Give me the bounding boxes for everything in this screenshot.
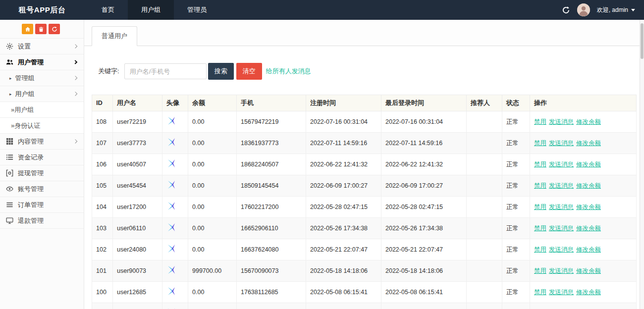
- trash-button[interactable]: [35, 24, 47, 34]
- sidebar-item-admin-group[interactable]: ▸管理组: [0, 70, 84, 86]
- cell-balance: 0.00: [188, 197, 237, 218]
- cell-phone: 17638112685: [237, 282, 306, 303]
- cell-username: user27979: [113, 303, 162, 309]
- clear-button[interactable]: 清空: [236, 63, 262, 80]
- cell-balance: 0.00: [188, 133, 237, 154]
- table-row: 108user722190.00156794722192022-07-16 00…: [92, 111, 637, 133]
- disable-link[interactable]: 禁用: [534, 225, 546, 232]
- send-message-link[interactable]: 发送消息: [549, 267, 574, 274]
- disable-link[interactable]: 禁用: [534, 267, 546, 274]
- table-body: 108user722190.00156794722192022-07-16 00…: [92, 111, 637, 309]
- user-menu[interactable]: 欢迎, admin: [597, 6, 635, 14]
- nav-item-admins[interactable]: 管理员: [174, 0, 220, 20]
- navbar-right: 欢迎, admin: [562, 0, 644, 20]
- disable-link[interactable]: 禁用: [534, 182, 546, 189]
- cell-avatar: [162, 111, 188, 133]
- disable-link[interactable]: 禁用: [534, 246, 546, 253]
- send-message-link[interactable]: 发送消息: [549, 246, 574, 253]
- cell-referrer: [467, 175, 502, 197]
- sidebar-item-user-management[interactable]: 用户管理: [0, 54, 84, 70]
- triangle-right-icon: ▸: [9, 76, 12, 81]
- send-message-link[interactable]: 发送消息: [549, 289, 574, 296]
- send-message-link[interactable]: 发送消息: [549, 161, 574, 168]
- sidebar-menu: 设置用户管理▸管理组▸用户组»用户组»身份认证内容管理资金记录提现管理账号管理订…: [0, 39, 84, 229]
- table-row: 100user126850.00176381126852022-05-08 06…: [92, 282, 637, 303]
- cell-username: user72219: [113, 111, 162, 133]
- modify-balance-link[interactable]: 修改余额: [576, 161, 601, 168]
- nav-item-home[interactable]: 首页: [88, 0, 128, 20]
- cell-id: 104: [92, 197, 113, 218]
- cell-last-login: 2022-05-18 14:18:06: [381, 260, 467, 282]
- table-row: 107user377730.00183619377732022-07-11 14…: [92, 133, 637, 154]
- home-button[interactable]: [22, 24, 33, 34]
- send-message-link[interactable]: 发送消息: [549, 118, 574, 125]
- send-message-link[interactable]: 发送消息: [549, 140, 574, 147]
- cell-avatar: [162, 175, 188, 197]
- cell-operations: 禁用发送消息修改余额: [530, 303, 637, 309]
- disable-link[interactable]: 禁用: [534, 161, 546, 168]
- search-button[interactable]: 搜索: [208, 63, 234, 80]
- search-input[interactable]: [124, 63, 207, 79]
- send-message-link[interactable]: 发送消息: [549, 204, 574, 210]
- column-header: 最后登录时间: [381, 95, 467, 111]
- sidebar-item-label: 资金记录: [18, 153, 44, 162]
- disable-link[interactable]: 禁用: [534, 204, 546, 210]
- cell-operations: 禁用发送消息修改余额: [530, 175, 637, 197]
- sidebar-item-withdrawal-management[interactable]: 提现管理: [0, 165, 84, 181]
- nav-item-user-groups[interactable]: 用户组: [128, 0, 174, 20]
- modify-balance-link[interactable]: 修改余额: [576, 182, 601, 189]
- sidebar-item-order-management[interactable]: 订单管理: [0, 197, 84, 213]
- cell-operations: 禁用发送消息修改余额: [530, 111, 637, 133]
- cell-referrer: [467, 111, 502, 133]
- sidebar-item-account-management[interactable]: 账号管理: [0, 181, 84, 197]
- modify-balance-link[interactable]: 修改余额: [576, 204, 601, 210]
- sidebar-item-label: 设置: [18, 42, 31, 51]
- disable-link[interactable]: 禁用: [534, 118, 546, 125]
- cell-operations: 禁用发送消息修改余额: [530, 282, 637, 303]
- chevron-right-icon: [73, 92, 77, 96]
- sidebar-item-user-group-sub[interactable]: »用户组: [0, 102, 84, 118]
- user-avatar-icon: [166, 222, 176, 232]
- modify-balance-link[interactable]: 修改余额: [576, 140, 601, 147]
- refresh-button[interactable]: [49, 24, 60, 34]
- cell-id: 102: [92, 239, 113, 260]
- cell-last-login: 2022-05-21 22:07:47: [381, 239, 467, 260]
- table-row: 104user172000.00176022172002022-05-28 02…: [92, 197, 637, 218]
- tab-regular-users[interactable]: 普通用户: [92, 26, 137, 46]
- table-row: 102user240800.00166376240802022-05-21 22…: [92, 239, 637, 260]
- cell-status: 正常: [502, 154, 530, 175]
- modify-balance-link[interactable]: 修改余额: [576, 267, 601, 274]
- scrollbar-thumb[interactable]: [641, 23, 644, 59]
- navbar-menu: 首页 用户组 管理员: [88, 0, 220, 20]
- modify-balance-link[interactable]: 修改余额: [576, 118, 601, 125]
- send-message-link[interactable]: 发送消息: [549, 182, 574, 189]
- disable-link[interactable]: 禁用: [534, 140, 546, 147]
- avatar[interactable]: [577, 3, 590, 16]
- cell-id: 108: [92, 111, 113, 133]
- cell-status: 正常: [502, 111, 530, 133]
- modify-balance-link[interactable]: 修改余额: [576, 246, 601, 253]
- cell-status: 正常: [502, 282, 530, 303]
- column-header: ID: [92, 95, 113, 111]
- refresh-icon[interactable]: [562, 6, 570, 14]
- sidebar-item-fund-records[interactable]: 资金记录: [0, 150, 84, 165]
- sidebar-item-user-group[interactable]: ▸用户组: [0, 86, 84, 102]
- cell-avatar: [162, 303, 188, 309]
- app-title: 租号APP后台: [0, 0, 84, 20]
- vertical-scrollbar[interactable]: [640, 20, 644, 309]
- broadcast-message-link[interactable]: 给所有人发消息: [266, 67, 311, 76]
- table-row: 105user454540.00185091454542022-06-09 17…: [92, 175, 637, 197]
- cell-avatar: [162, 260, 188, 282]
- modify-balance-link[interactable]: 修改余额: [576, 289, 601, 296]
- disable-link[interactable]: 禁用: [534, 289, 546, 296]
- cell-avatar: [162, 239, 188, 260]
- send-message-link[interactable]: 发送消息: [549, 225, 574, 232]
- sidebar-item-label: 账号管理: [18, 185, 44, 194]
- sidebar-item-refund-management[interactable]: 退款管理: [0, 213, 84, 229]
- sidebar-item-content-management[interactable]: 内容管理: [0, 134, 84, 150]
- cell-last-login: 2022-05-26 17:34:38: [381, 218, 467, 239]
- cell-phone: 16652906110: [237, 218, 306, 239]
- sidebar-item-identity-verification[interactable]: »身份认证: [0, 118, 84, 134]
- sidebar-item-settings[interactable]: 设置: [0, 39, 84, 54]
- modify-balance-link[interactable]: 修改余额: [576, 225, 601, 232]
